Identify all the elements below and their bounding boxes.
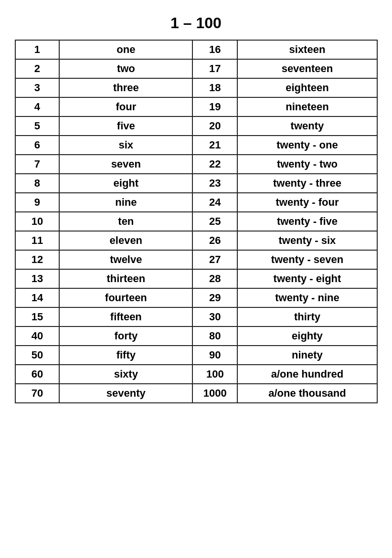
word-left: twelve <box>59 250 192 269</box>
table-row: 7seven22twenty - two <box>15 155 377 174</box>
number-right: 1000 <box>192 384 237 403</box>
word-right: twenty - nine <box>237 288 377 307</box>
table-row: 9nine24twenty - four <box>15 193 377 212</box>
word-left: three <box>59 78 192 97</box>
number-right: 24 <box>192 193 237 212</box>
word-left: one <box>59 40 192 59</box>
number-left: 4 <box>15 97 60 116</box>
table-row: 5five20twenty <box>15 116 377 136</box>
number-right: 80 <box>192 326 237 346</box>
number-left: 15 <box>15 307 60 326</box>
table-row: 6six21twenty - one <box>15 136 377 155</box>
word-right: twenty - three <box>237 174 377 193</box>
table-row: 4four19nineteen <box>15 97 377 116</box>
table-row: 60sixty100a/one hundred <box>15 365 377 384</box>
word-left: sixty <box>59 365 192 384</box>
number-left: 12 <box>15 250 60 269</box>
table-row: 11eleven26twenty - six <box>15 231 377 250</box>
word-left: fourteen <box>59 288 192 307</box>
word-left: two <box>59 59 192 78</box>
table-row: 1one16sixteen <box>15 40 377 59</box>
number-left: 6 <box>15 136 60 155</box>
word-left: eleven <box>59 231 192 250</box>
number-left: 7 <box>15 155 60 174</box>
word-left: six <box>59 136 192 155</box>
number-right: 22 <box>192 155 237 174</box>
number-left: 2 <box>15 59 60 78</box>
table-row: 10ten25twenty - five <box>15 212 377 231</box>
number-right: 90 <box>192 346 237 365</box>
number-left: 8 <box>15 174 60 193</box>
word-right: twenty - four <box>237 193 377 212</box>
number-right: 27 <box>192 250 237 269</box>
number-left: 70 <box>15 384 60 403</box>
word-right: twenty - seven <box>237 250 377 269</box>
number-right: 21 <box>192 136 237 155</box>
word-right: eighteen <box>237 78 377 97</box>
word-right: twenty - eight <box>237 269 377 288</box>
number-left: 40 <box>15 326 60 346</box>
number-right: 29 <box>192 288 237 307</box>
number-left: 50 <box>15 346 60 365</box>
word-left: seven <box>59 155 192 174</box>
word-right: seventeen <box>237 59 377 78</box>
number-right: 18 <box>192 78 237 97</box>
table-row: 13thirteen28twenty - eight <box>15 269 377 288</box>
number-right: 23 <box>192 174 237 193</box>
word-left: ten <box>59 212 192 231</box>
word-right: twenty - six <box>237 231 377 250</box>
table-row: 3three18eighteen <box>15 78 377 97</box>
word-left: four <box>59 97 192 116</box>
word-right: eighty <box>237 326 377 346</box>
word-right: sixteen <box>237 40 377 59</box>
table-row: 2two17seventeen <box>15 59 377 78</box>
word-right: nineteen <box>237 97 377 116</box>
word-right: twenty <box>237 116 377 136</box>
number-left: 11 <box>15 231 60 250</box>
word-left: nine <box>59 193 192 212</box>
number-right: 25 <box>192 212 237 231</box>
numbers-table: 1one16sixteen2two17seventeen3three18eigh… <box>15 40 378 403</box>
table-row: 50fifty90ninety <box>15 346 377 365</box>
word-left: thirteen <box>59 269 192 288</box>
word-right: twenty - five <box>237 212 377 231</box>
table-row: 14fourteen29twenty - nine <box>15 288 377 307</box>
word-right: a/one hundred <box>237 365 377 384</box>
number-right: 17 <box>192 59 237 78</box>
word-left: seventy <box>59 384 192 403</box>
word-right: ninety <box>237 346 377 365</box>
number-right: 19 <box>192 97 237 116</box>
number-left: 10 <box>15 212 60 231</box>
table-row: 12twelve27twenty - seven <box>15 250 377 269</box>
number-left: 9 <box>15 193 60 212</box>
number-left: 14 <box>15 288 60 307</box>
word-left: fifty <box>59 346 192 365</box>
word-left: fifteen <box>59 307 192 326</box>
page-title: 1 – 100 <box>170 14 222 32</box>
number-left: 13 <box>15 269 60 288</box>
table-row: 8eight23twenty - three <box>15 174 377 193</box>
word-right: a/one thousand <box>237 384 377 403</box>
word-right: thirty <box>237 307 377 326</box>
word-left: five <box>59 116 192 136</box>
table-row: 15fifteen30thirty <box>15 307 377 326</box>
table-row: 70seventy1000a/one thousand <box>15 384 377 403</box>
number-left: 3 <box>15 78 60 97</box>
word-left: eight <box>59 174 192 193</box>
word-left: forty <box>59 326 192 346</box>
number-right: 30 <box>192 307 237 326</box>
word-right: twenty - one <box>237 136 377 155</box>
number-right: 100 <box>192 365 237 384</box>
number-left: 1 <box>15 40 60 59</box>
number-left: 5 <box>15 116 60 136</box>
number-right: 28 <box>192 269 237 288</box>
number-right: 20 <box>192 116 237 136</box>
number-left: 60 <box>15 365 60 384</box>
number-right: 16 <box>192 40 237 59</box>
number-right: 26 <box>192 231 237 250</box>
table-row: 40forty80eighty <box>15 326 377 346</box>
word-right: twenty - two <box>237 155 377 174</box>
